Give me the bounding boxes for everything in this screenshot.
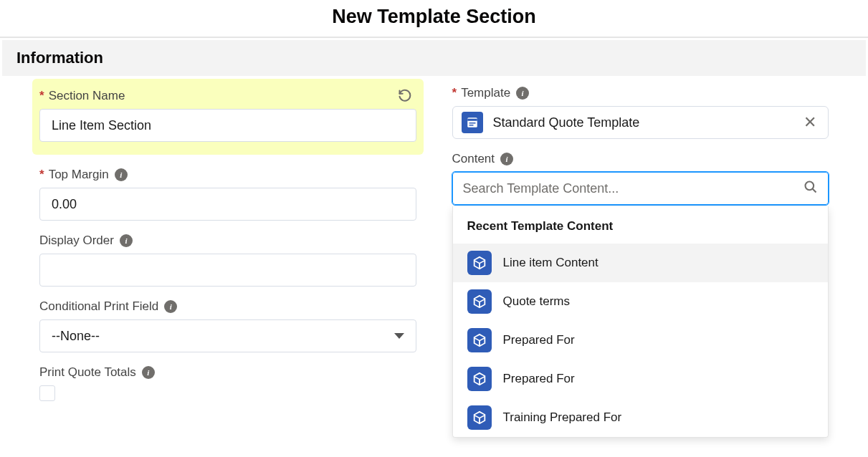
conditional-print-value: --None-- bbox=[52, 329, 100, 344]
content-option[interactable]: Line item Content bbox=[453, 244, 829, 282]
section-name-input[interactable] bbox=[39, 109, 416, 142]
display-order-label: Display Order bbox=[39, 234, 114, 248]
conditional-print-select[interactable]: --None-- bbox=[39, 319, 416, 352]
svg-rect-3 bbox=[469, 125, 473, 126]
top-margin-label: Top Margin bbox=[49, 168, 109, 182]
content-option[interactable]: Quote terms bbox=[453, 282, 829, 321]
content-option[interactable]: Prepared For bbox=[453, 360, 829, 398]
content-field: Content i Recent Template Content Line i… bbox=[452, 152, 829, 438]
required-indicator: * bbox=[452, 86, 457, 100]
info-icon[interactable]: i bbox=[164, 300, 177, 313]
info-icon[interactable]: i bbox=[142, 366, 155, 379]
chevron-down-icon bbox=[394, 333, 404, 339]
content-label-row: Content i bbox=[452, 152, 829, 166]
info-icon[interactable]: i bbox=[500, 153, 513, 165]
svg-line-5 bbox=[813, 189, 816, 193]
cube-icon bbox=[467, 367, 492, 391]
section-name-field: * Section Name bbox=[32, 79, 424, 155]
content-dropdown: Recent Template Content Line item Conten… bbox=[452, 206, 829, 438]
section-name-label: Section Name bbox=[49, 89, 125, 103]
content-option-label: Line item Content bbox=[503, 256, 598, 270]
svg-rect-2 bbox=[469, 122, 475, 124]
print-quote-totals-label: Print Quote Totals bbox=[39, 365, 136, 380]
cube-icon bbox=[467, 289, 492, 314]
svg-rect-1 bbox=[467, 119, 477, 121]
content-dropdown-header: Recent Template Content bbox=[453, 206, 829, 244]
template-lookup[interactable]: Standard Quote Template ✕ bbox=[452, 106, 829, 139]
print-quote-totals-label-row: Print Quote Totals i bbox=[39, 365, 416, 380]
template-entity-icon bbox=[462, 112, 483, 133]
page-title: New Template Section bbox=[0, 0, 868, 37]
required-indicator: * bbox=[39, 168, 44, 182]
section-header-information: Information bbox=[2, 40, 866, 76]
close-icon[interactable]: ✕ bbox=[801, 113, 819, 132]
print-quote-totals-checkbox[interactable] bbox=[39, 385, 55, 401]
content-option[interactable]: Prepared For bbox=[453, 321, 829, 360]
form-area: * Section Name * Top Margin i Display Or… bbox=[0, 76, 868, 457]
display-order-label-row: Display Order i bbox=[39, 234, 416, 248]
info-icon[interactable]: i bbox=[120, 234, 133, 247]
conditional-print-label-row: Conditional Print Field i bbox=[39, 299, 416, 314]
content-option-label: Training Prepared For bbox=[503, 410, 622, 425]
content-option-label: Prepared For bbox=[503, 372, 575, 386]
top-margin-field: * Top Margin i bbox=[39, 168, 416, 221]
template-label: Template bbox=[461, 86, 510, 100]
content-search-input[interactable] bbox=[463, 181, 804, 196]
template-label-row: * Template i bbox=[452, 86, 829, 100]
content-option-label: Prepared For bbox=[503, 333, 575, 347]
conditional-print-label: Conditional Print Field bbox=[39, 299, 158, 314]
undo-icon[interactable] bbox=[396, 87, 414, 105]
top-margin-input[interactable] bbox=[39, 188, 416, 221]
cube-icon bbox=[467, 328, 492, 352]
svg-point-4 bbox=[806, 182, 814, 191]
search-icon[interactable] bbox=[803, 180, 818, 197]
content-label: Content bbox=[452, 152, 495, 166]
info-icon[interactable]: i bbox=[516, 87, 529, 100]
content-option[interactable]: Training Prepared For bbox=[453, 398, 829, 437]
template-value: Standard Quote Template bbox=[493, 115, 640, 130]
display-order-input[interactable] bbox=[39, 254, 416, 287]
template-field: * Template i Standard Quote Template ✕ bbox=[452, 86, 829, 139]
content-option-label: Quote terms bbox=[503, 294, 571, 309]
divider bbox=[0, 37, 868, 38]
conditional-print-field: Conditional Print Field i --None-- bbox=[39, 299, 416, 352]
print-quote-totals-field: Print Quote Totals i bbox=[39, 365, 416, 401]
display-order-field: Display Order i bbox=[39, 234, 416, 287]
section-name-label-row: * Section Name bbox=[39, 89, 416, 103]
cube-icon bbox=[467, 405, 492, 430]
left-column: * Section Name * Top Margin i Display Or… bbox=[39, 76, 416, 401]
right-column: * Template i Standard Quote Template ✕ C… bbox=[452, 76, 829, 438]
cube-icon bbox=[467, 251, 492, 275]
required-indicator: * bbox=[39, 89, 44, 103]
info-icon[interactable]: i bbox=[115, 168, 128, 181]
content-search-wrap bbox=[452, 172, 829, 205]
top-margin-label-row: * Top Margin i bbox=[39, 168, 416, 182]
